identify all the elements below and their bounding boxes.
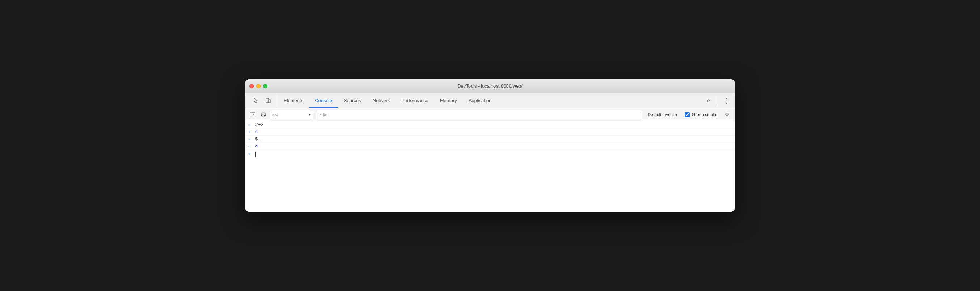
console-result-value: 4: [255, 144, 258, 149]
expand-arrow-icon[interactable]: ›: [248, 123, 253, 127]
context-label: top: [272, 112, 307, 117]
chevron-down-icon: ▾: [309, 113, 310, 116]
tabs-container: Elements Console Sources Network Perform…: [278, 93, 702, 108]
console-output: › 2+2 ‹ 4 › $_ ‹ 4 ›: [245, 121, 735, 212]
device-icon: [265, 98, 271, 103]
devtools-menu-button[interactable]: ⋮: [721, 95, 732, 106]
gear-icon: ⚙: [724, 111, 730, 118]
svg-marker-5: [253, 114, 254, 116]
tab-memory[interactable]: Memory: [434, 93, 463, 108]
separator: [716, 95, 717, 106]
console-row: › $_: [245, 136, 735, 143]
tab-performance[interactable]: Performance: [396, 93, 434, 108]
tab-bar: Elements Console Sources Network Perform…: [245, 93, 735, 108]
group-similar-checkbox-area[interactable]: Group similar: [682, 112, 721, 117]
toggle-sidebar-button[interactable]: [248, 110, 257, 119]
default-levels-button[interactable]: Default levels ▾: [645, 110, 680, 119]
prompt-arrow-icon: ›: [248, 152, 253, 156]
svg-line-7: [262, 113, 265, 116]
devtools-window: DevTools - localhost:8080/web/ Elemen: [245, 79, 735, 212]
more-tabs-button[interactable]: »: [704, 95, 712, 106]
console-result-value: 4: [255, 129, 258, 135]
maximize-button[interactable]: [263, 84, 267, 88]
console-entry-value: $_: [255, 137, 261, 142]
sidebar-icon: [250, 112, 256, 118]
clear-icon: [261, 112, 266, 118]
console-settings-button[interactable]: ⚙: [722, 110, 732, 120]
inspect-element-button[interactable]: [251, 95, 261, 106]
expand-arrow-icon[interactable]: ›: [248, 137, 253, 142]
result-arrow-icon: ‹: [248, 130, 253, 134]
tab-application[interactable]: Application: [463, 93, 498, 108]
tab-bar-icons: [248, 93, 277, 108]
tab-bar-right: » ⋮: [702, 93, 732, 108]
console-row: ‹ 4: [245, 129, 735, 136]
traffic-lights: [249, 84, 267, 88]
tab-console[interactable]: Console: [309, 93, 338, 108]
filter-input[interactable]: [316, 110, 642, 119]
context-selector[interactable]: top ▾: [270, 110, 313, 119]
title-bar: DevTools - localhost:8080/web/: [245, 79, 735, 93]
group-similar-label: Group similar: [692, 112, 718, 117]
clear-console-button[interactable]: [259, 110, 268, 119]
console-row: › 2+2: [245, 121, 735, 129]
window-title: DevTools - localhost:8080/web/: [457, 83, 523, 89]
svg-rect-1: [269, 100, 270, 103]
console-prompt-row[interactable]: ›: [245, 150, 735, 158]
tab-elements[interactable]: Elements: [278, 93, 309, 108]
tab-sources[interactable]: Sources: [338, 93, 367, 108]
console-entry-value: 2+2: [255, 122, 264, 127]
console-toolbar: top ▾ Default levels ▾ Group similar ⚙: [245, 108, 735, 121]
console-cursor: [255, 152, 256, 157]
console-row: ‹ 4: [245, 143, 735, 150]
cursor-icon: [253, 98, 259, 103]
group-similar-checkbox[interactable]: [685, 112, 690, 117]
svg-rect-3: [250, 113, 255, 117]
levels-chevron-icon: ▾: [675, 112, 678, 117]
minimize-button[interactable]: [256, 84, 261, 88]
close-button[interactable]: [249, 84, 254, 88]
result-arrow-icon: ‹: [248, 145, 253, 149]
tab-network[interactable]: Network: [367, 93, 396, 108]
device-toolbar-button[interactable]: [263, 95, 273, 106]
